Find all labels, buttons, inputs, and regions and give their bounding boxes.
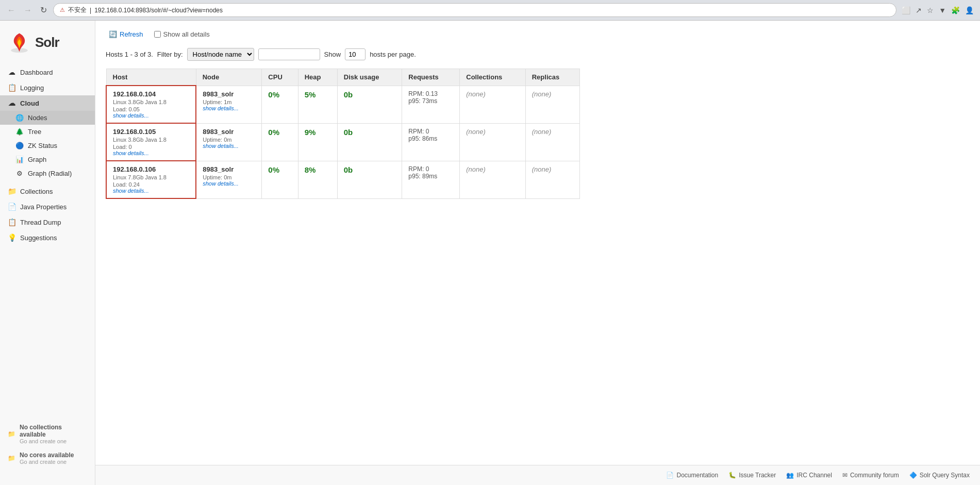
tree-icon: 🌲 (15, 128, 24, 136)
host-load: Load: 0 (113, 144, 189, 150)
requests-p95: p95: 89ms (408, 173, 453, 180)
suggestions-icon: 💡 (8, 233, 16, 242)
collections-value: (none) (466, 165, 486, 173)
sidebar-suggestions-label: Suggestions (20, 234, 57, 242)
bookmark-button[interactable]: ☆ (926, 5, 935, 15)
share-button[interactable]: ↗ (915, 5, 923, 15)
refresh-button[interactable]: 🔄 Refresh (106, 28, 146, 40)
filter-select[interactable]: Host/node nameIP addressStatus (187, 48, 254, 61)
graph-icon: 📊 (15, 156, 24, 163)
host-load: Load: 0.24 (113, 181, 189, 188)
sidebar-item-cloud[interactable]: ☁ Cloud (0, 95, 95, 111)
replicas-value: (none) (532, 128, 552, 136)
issue-tracker-link[interactable]: 🐛 Issue Tracker (728, 472, 776, 479)
heap-cell-2: 8% (298, 161, 337, 198)
host-cell-1: 192.168.0.105 Linux 3.8Gb Java 1.8 Load:… (106, 123, 196, 161)
sidebar-collections-label: Collections (20, 188, 53, 195)
url-text: 192.168.0.104:8983/solr/#/~cloud?view=no… (94, 7, 223, 14)
filter-by-label: Filter by: (157, 51, 183, 58)
documentation-link[interactable]: 📄 Documentation (666, 472, 718, 479)
dashboard-icon: ☁ (8, 68, 16, 76)
toolbar: 🔄 Refresh Show all details (106, 28, 970, 40)
requests-rpm: RPM: 0.13 (408, 90, 453, 97)
node-cell-2: 8983_solr Uptime: 0m show details... (196, 161, 262, 198)
col-collections: Collections (460, 69, 525, 86)
sidebar-item-logging[interactable]: 📋 Logging (0, 80, 95, 95)
profile-button[interactable]: 👤 (964, 5, 975, 15)
sidebar-item-nodes[interactable]: 🌐 Nodes (0, 111, 95, 125)
sidebar-graph-radial-label: Graph (Radial) (28, 170, 72, 177)
filter-input[interactable] (258, 48, 320, 60)
sidebar-item-suggestions[interactable]: 💡 Suggestions (0, 230, 95, 245)
url-separator: | (90, 7, 91, 14)
table-body: 192.168.0.104 Linux 3.8Gb Java 1.8 Load:… (106, 86, 580, 198)
replicas-value: (none) (532, 90, 552, 98)
solr-logo-text: Solr (35, 35, 59, 51)
sidebar-item-zk-status[interactable]: 🔵 ZK Status (0, 139, 95, 153)
heap-value: 8% (305, 165, 316, 174)
sidebar-nodes-label: Nodes (28, 114, 47, 122)
community-forum-link[interactable]: ✉ Community forum (842, 472, 899, 479)
node-cell-0: 8983_solr Uptime: 1m show details... (196, 86, 262, 123)
no-collections-sub: Go and create one (20, 438, 87, 444)
sidebar-item-tree[interactable]: 🌲 Tree (0, 125, 95, 139)
forward-button[interactable]: → (22, 5, 34, 16)
documentation-label: Documentation (676, 472, 718, 479)
show-all-text: Show all details (163, 30, 210, 38)
disk-value: 0b (344, 90, 353, 99)
sidebar-item-dashboard[interactable]: ☁ Dashboard (0, 64, 95, 80)
host-ip: 192.168.0.106 (113, 165, 189, 173)
sidebar-item-java-properties[interactable]: 📄 Java Properties (0, 199, 95, 214)
sidebar-item-graph[interactable]: 📊 Graph (0, 153, 95, 166)
heap-cell-0: 5% (298, 86, 337, 123)
replicas-cell-0: (none) (525, 86, 579, 123)
col-heap: Heap (298, 69, 337, 86)
heap-value: 9% (305, 128, 316, 137)
refresh-label: Refresh (120, 30, 143, 38)
node-uptime: Uptime: 1m (203, 99, 255, 105)
host-show-details[interactable]: show details... (113, 188, 189, 194)
no-cores-label: No cores available (20, 451, 74, 459)
host-load: Load: 0.05 (113, 106, 189, 112)
sidebar-item-collections[interactable]: 📁 Collections (0, 183, 95, 199)
back-button[interactable]: ← (5, 5, 18, 16)
show-label: Show (324, 51, 341, 58)
per-page-label: hosts per page. (370, 51, 416, 58)
extensions-button[interactable]: 🧩 (950, 5, 961, 15)
disk-cell-2: 0b (337, 161, 402, 198)
per-page-input[interactable] (345, 48, 366, 60)
irc-channel-link[interactable]: 👥 IRC Channel (786, 472, 832, 479)
disk-cell-0: 0b (337, 86, 402, 123)
page-footer: 📄 Documentation 🐛 Issue Tracker 👥 IRC Ch… (95, 465, 980, 485)
logo-area: Solr (0, 26, 95, 64)
node-show-details[interactable]: show details... (203, 143, 255, 149)
solr-query-syntax-icon: 🔷 (909, 472, 917, 479)
sidebar: Solr ☁ Dashboard 📋 Logging ☁ Cloud 🌐 Nod… (0, 21, 95, 485)
browser-chrome: ← → ↻ ⚠ 不安全 | 192.168.0.104:8983/solr/#/… (0, 0, 980, 21)
sidebar-item-thread-dump[interactable]: 📋 Thread Dump (0, 214, 95, 230)
cpu-cell-2: 0% (262, 161, 298, 198)
node-show-details[interactable]: show details... (203, 180, 255, 187)
sidebar-item-graph-radial[interactable]: ⚙ Graph (Radial) (0, 166, 95, 180)
address-bar[interactable]: ⚠ 不安全 | 192.168.0.104:8983/solr/#/~cloud… (53, 3, 896, 17)
reload-button[interactable]: ↻ (38, 4, 49, 16)
requests-p95: p95: 73ms (408, 97, 453, 105)
node-show-details[interactable]: show details... (203, 105, 255, 111)
solr-query-syntax-link[interactable]: 🔷 Solr Query Syntax (909, 472, 970, 479)
menu-button[interactable]: ▼ (938, 5, 947, 15)
requests-rpm: RPM: 0 (408, 128, 453, 135)
replicas-cell-1: (none) (525, 123, 579, 161)
nodes-icon: 🌐 (15, 114, 24, 122)
show-all-checkbox[interactable] (154, 31, 161, 38)
app-wrapper: Solr ☁ Dashboard 📋 Logging ☁ Cloud 🌐 Nod… (0, 21, 980, 485)
host-show-details[interactable]: show details... (113, 112, 189, 119)
cast-button[interactable]: ⬜ (901, 5, 911, 15)
no-cores-icon: 📁 (8, 455, 15, 462)
show-all-details-label[interactable]: Show all details (154, 30, 210, 38)
host-cell-2: 192.168.0.106 Linux 7.8Gb Java 1.8 Load:… (106, 161, 196, 198)
host-show-details[interactable]: show details... (113, 150, 189, 156)
cloud-icon: ☁ (8, 99, 16, 107)
no-collections-icon: 📁 (8, 430, 15, 438)
node-name: 8983_solr (203, 128, 255, 136)
sidebar-footer: 📁 No collections available Go and create… (0, 416, 95, 480)
